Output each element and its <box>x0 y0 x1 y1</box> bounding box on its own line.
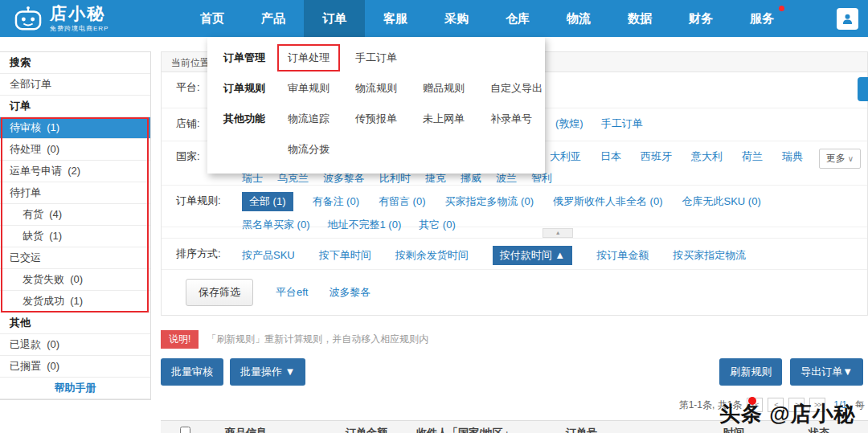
orders-menu-row-other-2: 物流分拨 <box>207 134 545 165</box>
nav-purchase[interactable]: 采购 <box>426 0 487 37</box>
rule-filter-all-selected[interactable]: 全部 (1) <box>242 192 293 211</box>
orders-menu-dropdown: 订单管理 订单处理 手工订单 订单规则 审单规则 物流规则 赠品规则 自定义导出… <box>207 37 545 174</box>
refresh-rules-button[interactable]: 刷新规则 <box>719 358 782 386</box>
rule-filter-link[interactable]: 买家指定多物流 (0) <box>445 194 534 209</box>
nav-logistics[interactable]: 物流 <box>548 0 609 37</box>
saved-filter-link[interactable]: 波多黎各 <box>329 285 371 300</box>
order-rules-label: 订单规则: <box>176 186 242 208</box>
saved-filter-link[interactable]: 平台eft <box>276 285 308 300</box>
rule-filter-link[interactable]: 俄罗斯收件人非全名 (0) <box>553 194 663 209</box>
toolbar: 批量审核 批量操作 ▼ 刷新规则 导出订单▼ <box>161 358 868 386</box>
sort-label: 排序方式: <box>176 239 242 261</box>
export-orders-button[interactable]: 导出订单▼ <box>790 358 863 386</box>
sidebar-section-search: 搜索 <box>0 52 150 74</box>
sidebar-item-waybill-request[interactable]: 运单号申请 (2) <box>0 161 150 182</box>
column-receiver-country[interactable]: 收件人「国家/地区」 <box>399 426 548 433</box>
sidebar-item-pending-review[interactable]: 待审核 (1) <box>0 117 150 139</box>
sidebar-item-on-hold[interactable]: 已搁置 (0) <box>0 356 150 378</box>
app-logo[interactable]: 店小秘 免费跨境电商ERP <box>0 5 161 33</box>
watermark: 头条 @店小秘 <box>719 400 856 428</box>
menu-item-gift-rules[interactable]: 赠品规则 <box>423 81 490 96</box>
nav-warehouse[interactable]: 仓库 <box>487 0 548 37</box>
column-product-info[interactable]: 商品信息 <box>207 426 328 433</box>
menu-item-pre-advice[interactable]: 传预报单 <box>355 112 423 126</box>
sidebar-item-ship-failed[interactable]: 发货失败 (0) <box>0 269 150 291</box>
sidebar-item-in-stock[interactable]: 有货 (4) <box>0 204 150 226</box>
help-manual-link[interactable]: 帮助手册 <box>0 378 150 399</box>
collapse-filters-button[interactable]: ▲ <box>542 228 573 238</box>
nav-services[interactable]: 服务 <box>731 0 792 37</box>
country-filter-link[interactable]: 西班牙 <box>641 149 672 164</box>
nav-home[interactable]: 首页 <box>182 0 243 37</box>
sidebar-section-other: 其他 <box>0 312 150 334</box>
country-filter-link[interactable]: 荷兰 <box>742 149 763 164</box>
country-filter-link[interactable]: 瑞典 <box>782 149 803 164</box>
nav-data[interactable]: 数据 <box>609 0 670 37</box>
user-avatar-button[interactable] <box>837 8 858 30</box>
batch-operations-button[interactable]: 批量操作 ▼ <box>230 358 305 386</box>
breadcrumb-label: 当前位置 <box>171 57 210 68</box>
rule-filter-link[interactable]: 有备注 (0) <box>313 194 360 209</box>
menu-group-other-functions: 其他功能 <box>223 112 288 126</box>
logo-text: 店小秘 免费跨境电商ERP <box>50 5 108 33</box>
rule-filter-link[interactable]: 有留言 (0) <box>379 194 426 209</box>
sidebar-item-shipped[interactable]: 已交运 <box>0 247 150 269</box>
sort-option-link[interactable]: 按订单金额 <box>596 248 649 263</box>
sort-option-link[interactable]: 按产品SKU <box>242 248 295 263</box>
robot-logo-icon <box>13 6 43 31</box>
notification-dot <box>779 6 784 11</box>
menu-item-not-online[interactable]: 未上网单 <box>423 112 490 126</box>
save-filter-button[interactable]: 保存筛选 <box>186 279 253 306</box>
menu-item-logistics-tracking[interactable]: 物流追踪 <box>288 112 355 126</box>
notice-row: 说明! 「刷新规则」重新计算规则，并自动移入相应规则内 <box>161 330 868 349</box>
menu-group-order-rules: 订单规则 <box>223 81 288 96</box>
sort-option-link[interactable]: 按下单时间 <box>319 248 371 263</box>
sidebar-item-ship-success[interactable]: 发货成功 (1) <box>0 291 150 312</box>
country-filter-link[interactable]: 意大利 <box>691 149 723 164</box>
sidebar: 搜索 全部订单 订单 待审核 (1) 待处理 (0) 运单号申请 (2) 待打单… <box>0 51 151 400</box>
nav-finance[interactable]: 财务 <box>670 0 731 37</box>
sidebar-item-pending-process[interactable]: 待处理 (0) <box>0 139 150 161</box>
menu-item-logistics-rules[interactable]: 物流规则 <box>355 81 423 96</box>
watermark-text: 头条 @店小秘 <box>719 402 856 426</box>
nav-orders[interactable]: 订单 <box>304 0 365 37</box>
sort-option-link[interactable]: 按剩余发货时间 <box>395 248 469 263</box>
country-filter-link[interactable]: 大利亚 <box>550 149 581 164</box>
sort-option-link[interactable]: 按买家指定物流 <box>673 248 746 263</box>
logo-subtitle: 免费跨境电商ERP <box>50 24 108 33</box>
more-countries-button[interactable]: 更多∨ <box>819 149 861 169</box>
menu-item-supplement-tracking-number[interactable]: 补录单号 <box>490 112 558 126</box>
sidebar-item-out-of-stock[interactable]: 缺货 (1) <box>0 226 150 247</box>
top-navbar: 店小秘 免费跨境电商ERP 首页 产品 订单 客服 采购 仓库 物流 数据 财务… <box>0 0 868 37</box>
menu-item-custom-export[interactable]: 自定义导出 <box>490 81 558 96</box>
chevron-down-icon: ∨ <box>848 154 854 163</box>
orders-menu-row-other: 其他功能 物流追踪 传预报单 未上网单 补录单号 <box>207 104 545 134</box>
orders-menu-row-rules: 订单规则 审单规则 物流规则 赠品规则 自定义导出 <box>207 73 545 104</box>
sidebar-item-all-orders[interactable]: 全部订单 <box>0 74 150 96</box>
rule-filter-link[interactable]: 仓库无此SKU (0) <box>682 194 761 209</box>
watermark-red-dot <box>748 397 756 405</box>
nav-products[interactable]: 产品 <box>243 0 304 37</box>
menu-item-logistics-dispatch[interactable]: 物流分拨 <box>288 142 355 157</box>
sidebar-item-to-print[interactable]: 待打单 <box>0 182 150 204</box>
per-page-label: 每 <box>855 398 865 412</box>
orders-menu-row-management: 订单管理 订单处理 手工订单 <box>207 43 545 73</box>
floating-side-tab[interactable] <box>858 77 868 101</box>
nav-customer-service[interactable]: 客服 <box>365 0 426 37</box>
menu-item-order-processing[interactable]: 订单处理 <box>288 51 355 64</box>
batch-review-button[interactable]: 批量审核 <box>161 358 223 386</box>
menu-item-manual-order[interactable]: 手工订单 <box>355 51 423 65</box>
column-order-number[interactable]: 订单号 <box>548 426 706 433</box>
country-filter-link[interactable]: 日本 <box>600 149 621 164</box>
notice-badge: 说明! <box>161 330 199 349</box>
sort-option-payment-time-selected[interactable]: 按付款时间 ▲ <box>493 246 572 265</box>
sidebar-section-orders: 订单 <box>0 96 150 117</box>
shop-filter-manual-order[interactable]: 手工订单 <box>601 116 643 131</box>
shop-filter-link[interactable]: (敦煌) <box>555 116 583 131</box>
select-all-checkbox[interactable] <box>180 427 190 433</box>
main-nav: 首页 产品 订单 客服 采购 仓库 物流 数据 财务 服务 <box>182 0 792 37</box>
column-order-amount[interactable]: 订单金额 <box>328 426 399 433</box>
menu-item-review-rules[interactable]: 审单规则 <box>288 81 355 96</box>
sidebar-item-refunded[interactable]: 已退款 (0) <box>0 334 150 356</box>
nav-services-label: 服务 <box>750 11 774 25</box>
